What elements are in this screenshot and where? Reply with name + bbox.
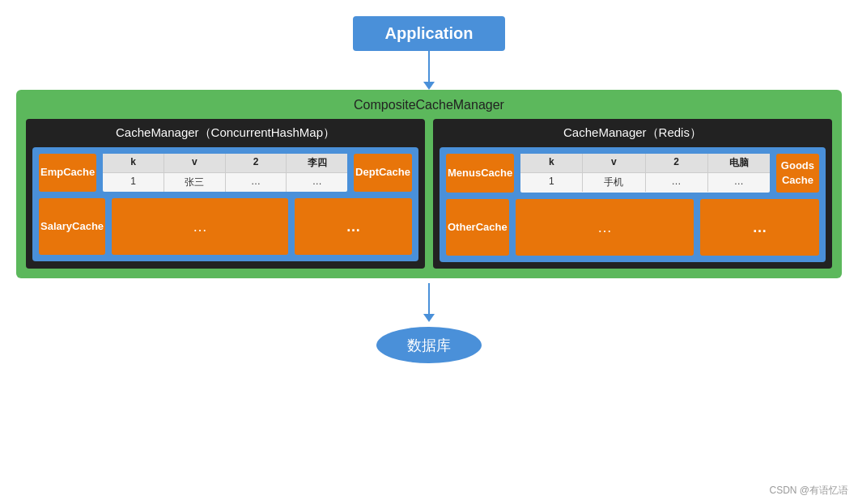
emp-cache-table: k v 2 李四 1 张三 … … <box>103 154 347 192</box>
cell-1: 1 <box>103 173 164 192</box>
menus-cache-table: k v 2 电脑 1 手机 … … <box>520 154 770 193</box>
composite-title: CompositeCacheManager <box>26 98 832 112</box>
other-row: OtherCache … … <box>446 199 819 256</box>
goods-cache-label: GoodsCache <box>776 154 819 193</box>
composite-cache-manager-box: CompositeCacheManager CacheManager（Concu… <box>16 90 842 278</box>
menus-cache-label: MenusCache <box>446 154 514 193</box>
menus-data-row: 1 手机 … … <box>520 173 770 192</box>
cache-inner-right: MenusCache k v 2 电脑 1 <box>440 147 826 262</box>
menus-cell-dots2: … <box>708 173 770 192</box>
other-cache-label: OtherCache <box>446 199 509 256</box>
database-oval: 数据库 <box>376 327 482 363</box>
application-box: Application <box>353 16 506 51</box>
salary-row: SalaryCache … … <box>39 198 412 255</box>
menus-col-2: 2 <box>646 154 708 172</box>
menus-col-diannao: 电脑 <box>708 154 770 172</box>
col-k: k <box>103 154 164 172</box>
cell-dots2: … <box>287 173 347 192</box>
cache-managers-row: CacheManager（ConcurrentHashMap） EmpCache… <box>26 119 832 269</box>
watermark: CSDN @有语忆语 <box>769 484 848 498</box>
emp-dept-row: EmpCache k v 2 李四 1 <box>39 154 412 192</box>
table-header-row: k v 2 李四 <box>103 154 347 173</box>
menus-goods-row: MenusCache k v 2 电脑 1 <box>446 154 819 193</box>
other-placeholder-1: … <box>516 199 694 256</box>
cell-dots1: … <box>226 173 287 192</box>
menus-col-k: k <box>520 154 583 172</box>
menus-header-row: k v 2 电脑 <box>520 154 770 173</box>
col-lisi: 李四 <box>287 154 347 172</box>
menus-cell-shouj: 手机 <box>583 173 645 192</box>
salary-cache-label: SalaryCache <box>39 198 105 255</box>
cell-zhangsan: 张三 <box>164 173 226 192</box>
menus-col-v: v <box>583 154 645 172</box>
diagram-container: Application CompositeCacheManager CacheM… <box>0 0 858 504</box>
application-label: Application <box>385 24 474 42</box>
salary-placeholder-1: … <box>112 198 288 255</box>
cache-manager-redis-title: CacheManager（Redis） <box>440 125 826 141</box>
col-v: v <box>164 154 226 172</box>
menus-cell-dots1: … <box>646 173 708 192</box>
cache-inner-left: EmpCache k v 2 李四 1 <box>32 147 418 261</box>
salary-placeholder-2: … <box>295 198 412 255</box>
menus-cell-1: 1 <box>520 173 583 192</box>
cache-manager-concurrenthashmap-title: CacheManager（ConcurrentHashMap） <box>32 125 418 141</box>
col-2: 2 <box>226 154 287 172</box>
emp-cache-label: EmpCache <box>39 154 96 192</box>
table-data-row: 1 张三 … … <box>103 173 347 192</box>
other-placeholder-2: … <box>700 199 819 256</box>
dept-cache-label: DeptCache <box>354 154 412 192</box>
arrow-app-to-composite <box>428 51 430 83</box>
cache-manager-redis: CacheManager（Redis） MenusCache k <box>433 119 832 269</box>
arrow-composite-to-db <box>428 283 430 316</box>
cache-manager-concurrenthashmap: CacheManager（ConcurrentHashMap） EmpCache… <box>26 119 425 269</box>
database-label: 数据库 <box>407 336 451 355</box>
